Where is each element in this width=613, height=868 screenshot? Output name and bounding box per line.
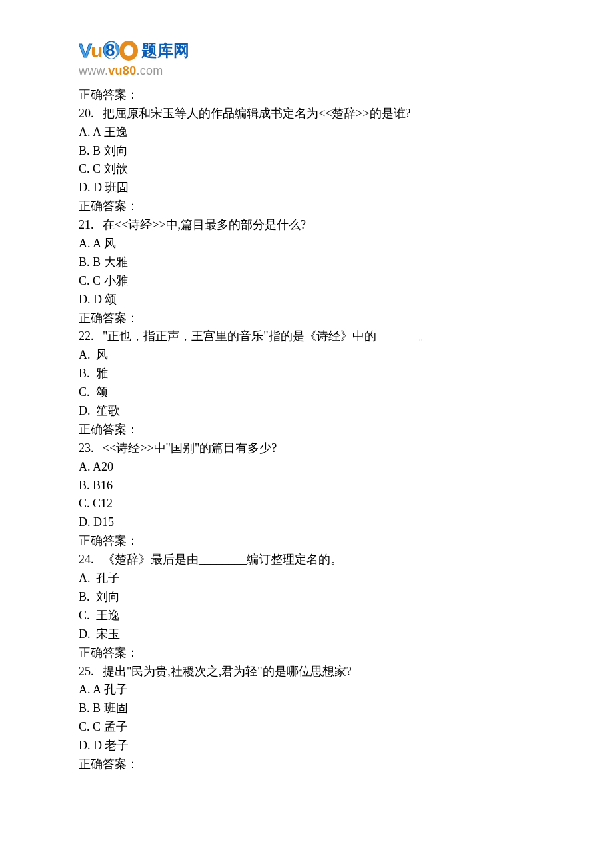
question-21: 21. 在<<诗经>>中,篇目最多的部分是什么? [79, 216, 534, 235]
option: B. B 大雅 [79, 253, 534, 272]
answer-line: 正确答案： [79, 309, 534, 328]
option: C. 颂 [79, 383, 534, 402]
option: A. A 王逸 [79, 123, 534, 142]
svg-text:V: V [79, 39, 92, 61]
option: A. A20 [79, 458, 534, 477]
option: A. A 风 [79, 235, 534, 253]
option: C. 王逸 [79, 607, 534, 625]
option: D. 笙歌 [79, 402, 534, 421]
question-24: 24. 《楚辞》最后是由________编订整理定名的。 [79, 551, 534, 569]
question-20: 20. 把屈原和宋玉等人的作品编辑成书定名为<<楚辞>>的是谁? [79, 105, 534, 123]
svg-text:8: 8 [105, 40, 115, 60]
option: B. 刘向 [79, 588, 534, 607]
option: B. 雅 [79, 365, 534, 383]
option: D. D15 [79, 513, 534, 532]
question-23: 23. <<诗经>>中"国别"的篇目有多少? [79, 439, 534, 458]
option: C. C 孟子 [79, 718, 534, 737]
answer-line: 正确答案： [79, 644, 534, 663]
option: D. D 老子 [79, 737, 534, 755]
logo-icon: V u 8 [79, 37, 140, 64]
option: A. A 孔子 [79, 681, 534, 699]
logo-url: www.vu80.com [79, 62, 534, 81]
option: B. B16 [79, 477, 534, 495]
option: A. 风 [79, 346, 534, 365]
option: B. B 班固 [79, 699, 534, 718]
answer-line-intro: 正确答案： [79, 86, 534, 105]
option: B. B 刘向 [79, 142, 534, 161]
option: D. D 班固 [79, 179, 534, 197]
option: A. 孔子 [79, 569, 534, 588]
option: C. C 小雅 [79, 272, 534, 291]
svg-text:u: u [91, 39, 103, 61]
answer-line: 正确答案： [79, 755, 534, 774]
question-list: 正确答案： 20. 把屈原和宋玉等人的作品编辑成书定名为<<楚辞>>的是谁? A… [79, 86, 534, 774]
option: C. C 刘歆 [79, 160, 534, 179]
option: D. 宋玉 [79, 625, 534, 644]
svg-point-7 [124, 45, 133, 56]
option: D. D 颂 [79, 291, 534, 309]
answer-line: 正确答案： [79, 421, 534, 439]
site-logo: V u 8 题库网 www.vu80.com [79, 37, 534, 81]
answer-line: 正确答案： [79, 532, 534, 551]
option: C. C12 [79, 495, 534, 513]
answer-line: 正确答案： [79, 197, 534, 216]
question-25: 25. 提出"民为贵,社稷次之,君为轻"的是哪位思想家? [79, 663, 534, 681]
logo-text-cn: 题库网 [141, 38, 189, 63]
question-22: 22. "正也，指正声，王宫里的音乐"指的是《诗经》中的 。 [79, 327, 534, 346]
